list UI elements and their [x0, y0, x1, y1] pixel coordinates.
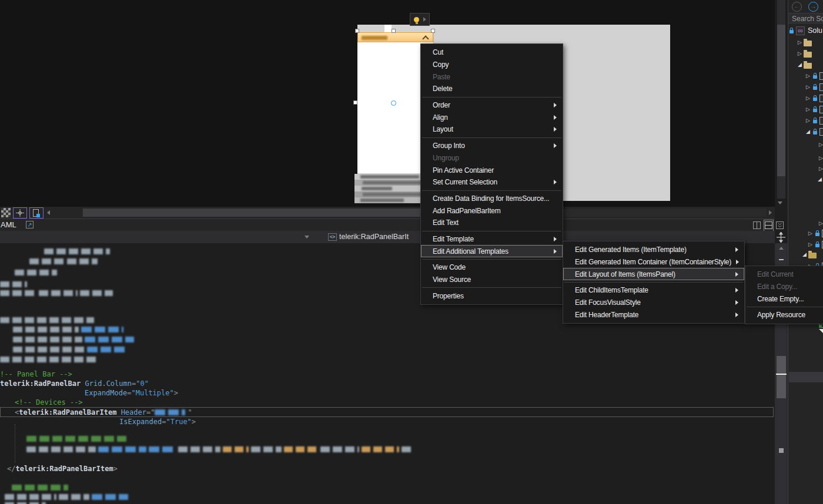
editor-vscrollbar-thumb[interactable] — [777, 356, 786, 398]
context-menu-item-layout[interactable]: Layout — [421, 123, 563, 136]
context-menu-item-order[interactable]: Order — [421, 99, 563, 112]
tree-row[interactable]: ▷ — [788, 228, 823, 238]
collapse-left-icon[interactable] — [47, 210, 50, 215]
redacted-code — [29, 258, 65, 264]
context-menu-item-edit-template[interactable]: Edit Template — [421, 233, 563, 246]
templates-submenu-item-edit-layout-of-items-itemspanel[interactable]: Edit Layout of Items (ItemsPanel) — [563, 268, 744, 280]
tree-row[interactable]: ▷ — [788, 93, 823, 103]
expander-collapsed-icon[interactable]: ▷ — [798, 39, 804, 45]
templates-submenu-item-edit-childitemstemplate[interactable]: Edit ChildItemsTemplate — [563, 284, 744, 297]
selection-handle[interactable] — [353, 100, 357, 105]
selection-handle[interactable] — [392, 29, 396, 33]
context-menu-item-cut[interactable]: Cut — [421, 46, 563, 59]
expander-collapsed-icon[interactable]: ▷ — [806, 95, 812, 101]
expander-collapsed-icon[interactable]: ▷ — [806, 106, 812, 112]
code-line: IsExpanded="True"> — [119, 417, 196, 426]
menu-item-label: Edit Generated Items (ItemTemplate) — [575, 246, 731, 254]
breadcrumb-dropdown-icon[interactable] — [305, 236, 309, 238]
tree-row[interactable]: ▷ — [788, 153, 823, 163]
tree-row[interactable]: ▷ — [788, 48, 823, 59]
context-menu-item-create-data-binding-for-itemssource[interactable]: Create Data Binding for ItemsSource... — [421, 193, 563, 205]
templates-submenu-item-edit-generated-item-container-itemcontainerstyle[interactable]: Edit Generated Item Container (ItemConta… — [563, 256, 744, 268]
templates-submenu-item-edit-headertemplate[interactable]: Edit HeaderTemplate — [563, 308, 744, 321]
menu-item-label: Group Into — [433, 142, 549, 150]
tree-row[interactable]: ◢ — [788, 59, 823, 70]
vertical-split-button[interactable] — [753, 221, 761, 231]
expander-collapsed-icon[interactable]: ▷ — [798, 51, 804, 56]
tree-row[interactable]: ▷ — [788, 37, 823, 48]
tree-row[interactable]: ▷ — [788, 139, 823, 150]
context-menu-item-group-into[interactable]: Group Into — [421, 140, 563, 152]
expander-collapsed-icon[interactable]: ▷ — [819, 142, 823, 147]
expander-expanded-icon[interactable]: ◢ — [802, 251, 808, 257]
designer-vscrollbar-thumb[interactable] — [777, 25, 785, 176]
search-placeholder: Search So — [792, 15, 823, 23]
collapse-pane-button[interactable] — [776, 221, 784, 231]
resource-submenu-item-create-empty[interactable]: Create Empty... — [745, 293, 823, 305]
selection-handle[interactable] — [355, 29, 359, 33]
tree-row[interactable]: ◢ — [788, 126, 823, 137]
expander-collapsed-icon[interactable]: ▷ — [819, 220, 823, 226]
hscrollbar-thumb[interactable] — [83, 209, 436, 217]
radpanelbaritem-header[interactable] — [357, 32, 433, 42]
context-menu-item-copy[interactable]: Copy — [421, 59, 563, 71]
tree-row[interactable]: ▷ — [788, 239, 823, 250]
tree-row[interactable]: ▷ — [788, 70, 823, 81]
tree-row[interactable]: ▷ — [788, 104, 823, 115]
menu-item-label: Edit ChildItemsTemplate — [575, 286, 731, 294]
selected-tree-row[interactable] — [789, 372, 823, 382]
tree-row[interactable]: ▷ — [788, 218, 823, 229]
adorner-dot-icon — [391, 100, 396, 106]
tree-row[interactable]: ▷ — [788, 115, 823, 126]
selection-handle[interactable] — [431, 29, 435, 33]
templates-submenu-item-edit-generated-items-itemtemplate[interactable]: Edit Generated Items (ItemTemplate) — [563, 244, 744, 256]
tree-row[interactable]: ∞Solu — [788, 25, 823, 36]
xaml-designer-pane[interactable] — [0, 0, 775, 207]
xaml-tag-icon: <> — [328, 233, 337, 241]
tree-row[interactable]: ▷ — [788, 163, 823, 174]
lock-icon — [815, 233, 819, 236]
context-menu-item-edit-text[interactable]: Edit Text — [421, 217, 563, 229]
checker-icon[interactable] — [1, 208, 11, 217]
expander-collapsed-icon[interactable]: ▷ — [819, 166, 823, 172]
expander-collapsed-icon[interactable]: ▷ — [806, 117, 812, 123]
expander-collapsed-icon[interactable]: ▷ — [808, 241, 814, 247]
scroll-right-icon[interactable] — [769, 210, 772, 215]
resource-submenu-item-apply-resource[interactable]: Apply Resource — [745, 309, 823, 321]
context-menu-item-view-source[interactable]: View Source — [421, 274, 563, 286]
context-menu-item-edit-additional-templates[interactable]: Edit Additional Templates — [421, 245, 563, 257]
tree-row[interactable]: ◢ — [788, 174, 823, 184]
expander-collapsed-icon[interactable]: ▷ — [819, 155, 823, 161]
redacted-code — [0, 357, 99, 362]
context-menu-item-delete[interactable]: Delete — [421, 83, 563, 95]
search-input[interactable]: Search So — [788, 13, 823, 23]
redacted-code — [12, 485, 68, 490]
expander-collapsed-icon[interactable]: ▷ — [806, 84, 812, 90]
expander-expanded-icon[interactable]: ◢ — [818, 176, 823, 182]
context-menu-item-properties[interactable]: Properties — [421, 290, 563, 302]
context-menu-item-align[interactable]: Align — [421, 111, 563, 123]
scroll-up-icon[interactable] — [779, 247, 784, 250]
redacted-code — [284, 446, 318, 452]
tree-row[interactable]: ◢ — [788, 249, 823, 260]
tree-row[interactable]: ▷ — [788, 82, 823, 92]
breadcrumb-element[interactable]: telerik:RadPanelBarIt — [339, 233, 409, 241]
menu-item-label: Copy — [433, 61, 557, 69]
expander-expanded-icon[interactable]: ◢ — [798, 62, 804, 68]
popout-icon[interactable]: ↗ — [26, 221, 34, 229]
expander-expanded-icon[interactable]: ◢ — [806, 129, 812, 135]
effects-button[interactable] — [29, 207, 44, 219]
code-line — [13, 335, 136, 344]
scroll-down-icon[interactable] — [778, 201, 782, 204]
forward-icon[interactable]: → — [808, 2, 818, 12]
context-menu-item-add-radpanelbaritem[interactable]: Add RadPanelBarItem — [421, 204, 563, 217]
templates-submenu-item-edit-focusvisualstyle[interactable]: Edit FocusVisualStyle — [563, 297, 744, 309]
quick-actions-button[interactable] — [410, 13, 430, 26]
context-menu-item-pin-active-container[interactable]: Pin Active Container — [421, 164, 563, 176]
snap-grid-button[interactable] — [13, 207, 27, 219]
tab-xaml[interactable]: AML — [1, 220, 16, 229]
context-menu-item-set-current-selection[interactable]: Set Current Selection — [421, 176, 563, 189]
context-menu-item-view-code[interactable]: View Code — [421, 261, 563, 274]
expander-collapsed-icon[interactable]: ▷ — [806, 73, 812, 79]
expander-collapsed-icon[interactable]: ▷ — [808, 230, 814, 236]
